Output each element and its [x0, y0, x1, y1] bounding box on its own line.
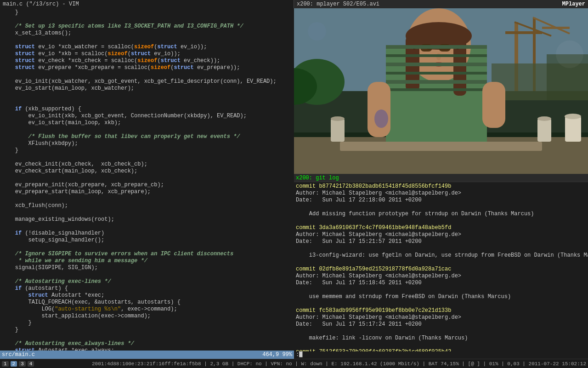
git-log-content: commit b87742172b3802badb615418f45d8556b… [294, 182, 588, 351]
workspace-3[interactable]: 3 [19, 361, 26, 367]
right-panel: x200: git log commit b87742172b3802badb6… [294, 8, 588, 359]
mplayer-window-title: x200: mplayer S02/E05.avi MPlayer [294, 0, 588, 8]
workspace-2[interactable]: 2 [11, 361, 17, 367]
workspace-1[interactable]: 1 [2, 361, 9, 367]
vim-statusline: src/main.c 464,9 99% [0, 351, 294, 359]
status-info: 2001:4d88:100e:23:21f:16ff:fe1a:f5b8 | 2… [38, 361, 586, 367]
video-area [294, 8, 588, 174]
video-scene [294, 8, 588, 174]
vim-window-title: main.c ("/i3/src) - VIM [0, 0, 294, 8]
vim-code-area: } /* Set up i3 specific atoms like I3_SO… [0, 8, 294, 351]
vim-panel[interactable]: } /* Set up i3 specific atoms like I3_SO… [0, 8, 294, 359]
svg-rect-47 [294, 8, 588, 174]
workspace-4[interactable]: 4 [28, 361, 34, 367]
git-log-title: x200: git log [294, 174, 588, 182]
git-prompt: :█ [294, 351, 588, 359]
workspace-numbers[interactable]: 1 2 3 4 [2, 361, 34, 367]
status-bar: 1 2 3 4 2001:4d88:100e:23:21f:16ff:fe1a:… [0, 359, 588, 368]
git-log-panel[interactable]: x200: git log commit b87742172b3802badb6… [294, 174, 588, 359]
